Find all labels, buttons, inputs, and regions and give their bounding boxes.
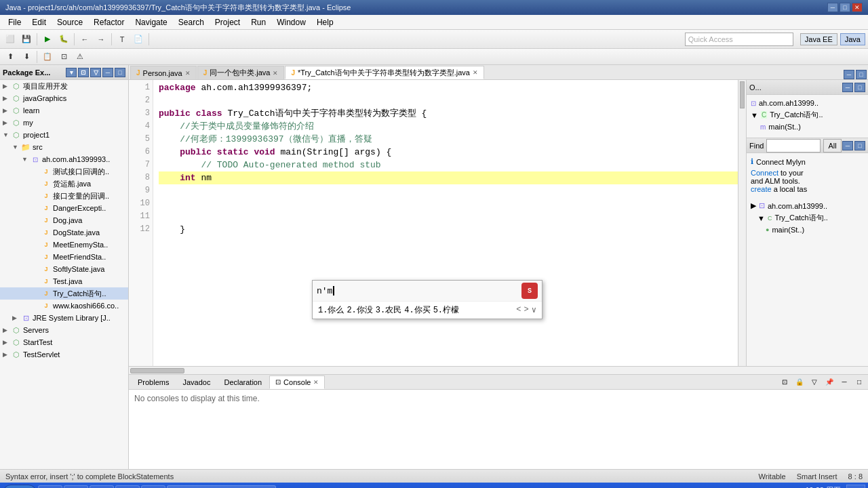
right-tree-item-try-catch[interactable]: ▼ C Try_Catch语句.. [749,211,865,224]
connect-link[interactable]: Connect [751,169,778,177]
taskbar-icon-water[interactable]: 🌊 [64,485,88,488]
taskbar-icon-files[interactable]: 🗂 [115,485,140,488]
clear-console-button[interactable]: ⊡ [778,376,791,388]
tab-declaration[interactable]: Declaration [218,375,268,389]
tree-item-meetenemy[interactable]: ▶ J MeetEnemySta.. [0,239,128,251]
tab-close-button[interactable]: ✕ [313,379,319,386]
link-with-editor-button[interactable]: ⊡ [78,68,89,77]
taskbar-eclipse-app[interactable]: ☯ Java - project1/src/ah/co... [167,485,276,488]
right-min-button[interactable]: ─ [842,141,853,150]
tree-item-kaoshi[interactable]: ▶ J www.kaoshi666.co.. [0,300,128,312]
tab-console[interactable]: ⊡ Console ✕ [269,375,325,389]
minimize-button[interactable]: ─ [827,3,838,12]
close-suggestion-button[interactable]: ∨ [532,305,536,315]
editor-min-button[interactable]: ─ [844,70,854,79]
scrollbar-thumb-v[interactable] [740,81,745,108]
menu-help[interactable]: Help [311,16,339,28]
suggestion-nav-arrows[interactable]: < > ∨ [516,305,536,315]
outline-min-button[interactable]: ─ [842,83,853,92]
menu-project[interactable]: Project [210,16,245,28]
right-tree-item-package[interactable]: ▶ ⊡ ah.com.ah13999.. [749,200,865,211]
minimize-panel-button[interactable]: ─ [102,68,113,77]
menu-file[interactable]: File [3,16,26,28]
taskbar-icon-firefox[interactable]: 🦊 [38,485,62,488]
create-link[interactable]: create [751,185,772,193]
console-min-button[interactable]: ─ [838,376,850,388]
suggestion-1[interactable]: 1.你么 [318,304,344,316]
tree-item-interface-callback[interactable]: ▶ J 接口变量的回调.. [0,190,128,202]
console-max-button[interactable]: □ [853,376,865,388]
next-suggestion-button[interactable]: > [524,305,529,315]
tree-item-javagraphics[interactable]: ▶ ⬡ javaGraphics [0,92,128,104]
find-button[interactable]: All [823,139,841,152]
outline-item-class[interactable]: ▼ C Try_Catch语句.. [749,108,865,121]
menu-window[interactable]: Window [271,16,311,28]
tree-item-dog[interactable]: ▶ J Dog.java [0,214,128,226]
open-error-log-button[interactable]: ⚠ [73,49,87,64]
tree-item-danger[interactable]: ▶ J DangerExcepti.. [0,202,128,214]
right-tree-item-main[interactable]: ● main(St..) [749,224,865,235]
tree-item-my[interactable]: ▶ ⬡ my [0,117,128,129]
console-options-button[interactable]: ▽ [808,376,821,388]
next-annotation-button[interactable]: ⬇ [19,49,34,64]
tab-problems[interactable]: Problems [132,375,175,389]
editor-max-button[interactable]: □ [856,70,867,79]
tree-item-jre[interactable]: ▶ ⊡ JRE System Library [J.. [0,312,128,324]
tree-item-starttest[interactable]: ▶ ⬡ StartTest [0,336,128,348]
javaee-perspective-button[interactable]: Java EE [800,33,837,45]
run-button[interactable]: ▶ [40,32,55,47]
tree-item-testjava[interactable]: ▶ J Test.java [0,275,128,287]
right-max-button[interactable]: □ [854,141,865,150]
suggestion-5[interactable]: 5.柠檬 [433,304,459,316]
find-input[interactable] [766,139,821,152]
menu-source[interactable]: Source [52,16,88,28]
collapse-all-button[interactable]: ▾ [66,68,77,77]
outline-item-package[interactable]: ⊡ ah.com.ah13999.. [749,98,865,108]
tree-item-learn[interactable]: ▶ ⬡ learn [0,104,128,117]
tree-item-try-catch[interactable]: ▶ J Try_Catch语句.. [0,287,128,300]
tree-item-testservlet[interactable]: ▶ ⬡ TestServlet [0,348,128,361]
quick-access-bar[interactable]: Quick Access [685,33,793,46]
tree-item-dogstate[interactable]: ▶ J DogState.java [0,226,128,239]
open-console-button[interactable]: ⊡ [56,49,71,64]
open-type-button[interactable]: T [115,32,130,47]
tab-close-button[interactable]: ✕ [473,69,478,76]
save-button[interactable]: 💾 [19,32,34,47]
close-button[interactable]: ✕ [852,3,863,12]
maximize-panel-button[interactable]: □ [115,68,125,77]
tab-close-button[interactable]: ✕ [185,70,191,77]
tree-item-package[interactable]: ▼ ⊡ ah.com.ah1399993.. [0,153,128,165]
tree-item-softly[interactable]: ▶ J SoftlyState.java [0,263,128,275]
vertical-scrollbar[interactable] [738,80,746,366]
java-perspective-button[interactable]: Java [840,33,865,45]
show-desktop-button[interactable] [846,485,865,488]
tab-javadoc[interactable]: Javadoc [176,375,216,389]
prev-suggestion-button[interactable]: < [516,305,521,315]
tree-item-test-callback[interactable]: ▶ J 测试接口回调的.. [0,165,128,178]
prev-annotation-button[interactable]: ⬆ [3,49,18,64]
tree-item-cargo[interactable]: ▶ J 货运船.java [0,178,128,190]
taskbar-icon-game[interactable]: 🎮 [141,485,165,488]
tree-item-src[interactable]: ▼ 📁 src [0,141,128,153]
maximize-button[interactable]: □ [840,3,850,12]
tree-item-servers[interactable]: ▶ ⬡ Servers [0,324,128,336]
code-editor[interactable]: 1 2 3 4 5 6 7 ✕ 8 9 10 11 12 [129,80,746,366]
view-menu-button[interactable]: ▽ [90,68,101,77]
menu-edit[interactable]: Edit [26,16,52,28]
tab-try-catch[interactable]: J *Try_Catch语句中关于字符串类型转为数字类型.java ✕ [285,66,484,79]
menu-refactor[interactable]: Refactor [88,16,130,28]
taskbar-icon-media[interactable]: 🎬 [90,485,114,488]
pin-console-button[interactable]: 📌 [823,376,835,388]
autocomplete-suggestions-row[interactable]: 1.你么 2.你没 3.农民 4.你买 5.柠檬 < > ∨ [313,302,542,319]
back-button[interactable]: ← [77,32,92,47]
tab-close-button[interactable]: ✕ [273,70,278,77]
menu-run[interactable]: Run [245,16,271,28]
start-button[interactable]: ⊞ [3,485,37,488]
tree-item-meetfriend[interactable]: ▶ J MeetFriendSta.. [0,251,128,263]
suggestion-4[interactable]: 4.你买 [404,304,430,316]
open-resource-button[interactable]: 📄 [131,32,146,47]
debug-button[interactable]: 🐛 [56,32,71,47]
tab-same-package[interactable]: J 同一个包中类.java ✕ [197,66,285,79]
suggestion-2[interactable]: 2.你没 [347,304,372,316]
code-text[interactable]: package ah.com.ah13999936397; public cla… [153,80,746,366]
